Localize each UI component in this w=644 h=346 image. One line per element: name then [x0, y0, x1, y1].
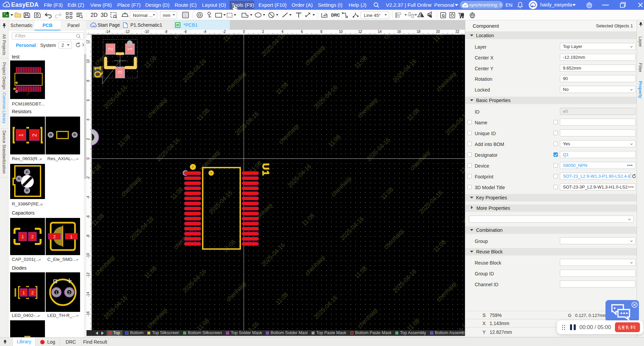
svg-text:20: 20	[436, 30, 440, 33]
svg-text:4: 4	[86, 119, 90, 121]
svg-text:-10: -10	[144, 30, 149, 33]
svg-text:-10: -10	[86, 253, 90, 258]
svg-text:2: 2	[107, 47, 114, 50]
svg-text:1: 1	[50, 133, 51, 137]
svg-text:8: 8	[86, 80, 90, 82]
svg-text:12: 12	[358, 30, 362, 33]
svg-text:mm: mm	[163, 13, 171, 18]
svg-text:6: 6	[301, 30, 303, 33]
svg-text:2: 2	[53, 234, 55, 239]
svg-text:2: 2	[262, 30, 264, 33]
svg-text:2: 2	[31, 290, 33, 295]
svg-text:8: 8	[320, 30, 322, 33]
svg-text:3D: 3D	[101, 12, 107, 18]
svg-text:-6: -6	[86, 215, 90, 218]
svg-text:16: 16	[397, 30, 401, 33]
svg-text:-8: -8	[164, 30, 167, 33]
svg-text:10: 10	[86, 59, 90, 64]
svg-text:2: 2	[18, 177, 20, 181]
svg-text:DRC: DRC	[331, 13, 340, 18]
svg-text:Line 45°: Line 45°	[364, 13, 381, 18]
svg-text:-4: -4	[203, 30, 206, 33]
svg-text:-14: -14	[86, 292, 90, 297]
svg-text:1: 1	[21, 234, 24, 239]
svg-text:1: 1	[55, 291, 57, 295]
svg-text:U1: U1	[261, 163, 271, 176]
svg-text:2: 2	[68, 291, 70, 295]
svg-text:1: 1	[22, 290, 25, 295]
svg-text:2: 2	[31, 234, 33, 239]
svg-text:-6: -6	[184, 30, 187, 33]
svg-text:1: 1	[26, 189, 28, 193]
svg-text:G: G	[442, 14, 445, 18]
svg-text:-2: -2	[86, 176, 90, 179]
svg-text:-12: -12	[86, 272, 90, 277]
svg-text:Q1: Q1	[93, 66, 103, 78]
svg-text:2: 2	[31, 133, 38, 137]
svg-text:3: 3	[26, 171, 28, 174]
svg-text:-2: -2	[223, 30, 226, 33]
svg-text:-8: -8	[86, 234, 90, 238]
svg-text:2: 2	[74, 133, 75, 137]
svg-text:12: 12	[86, 40, 90, 44]
svg-text:1: 1	[70, 234, 72, 239]
svg-text:0: 0	[243, 30, 245, 33]
svg-text:1: 1	[18, 133, 24, 137]
svg-text:-16: -16	[86, 311, 90, 316]
svg-text:-4: -4	[86, 196, 90, 199]
svg-text:2D: 2D	[91, 12, 97, 18]
svg-text:-12: -12	[124, 30, 129, 33]
svg-text:14: 14	[378, 30, 382, 33]
svg-text:6: 6	[86, 99, 90, 101]
svg-text:0: 0	[86, 157, 90, 159]
svg-text:-14: -14	[105, 30, 110, 33]
svg-text:1: 1	[127, 47, 133, 50]
svg-text:18: 18	[417, 30, 421, 33]
svg-text:2: 2	[86, 138, 90, 140]
svg-text:4: 4	[281, 30, 283, 33]
svg-text:22: 22	[455, 30, 460, 33]
svg-text:10: 10	[339, 30, 343, 33]
svg-text:Normal ...: Normal ...	[133, 13, 153, 18]
